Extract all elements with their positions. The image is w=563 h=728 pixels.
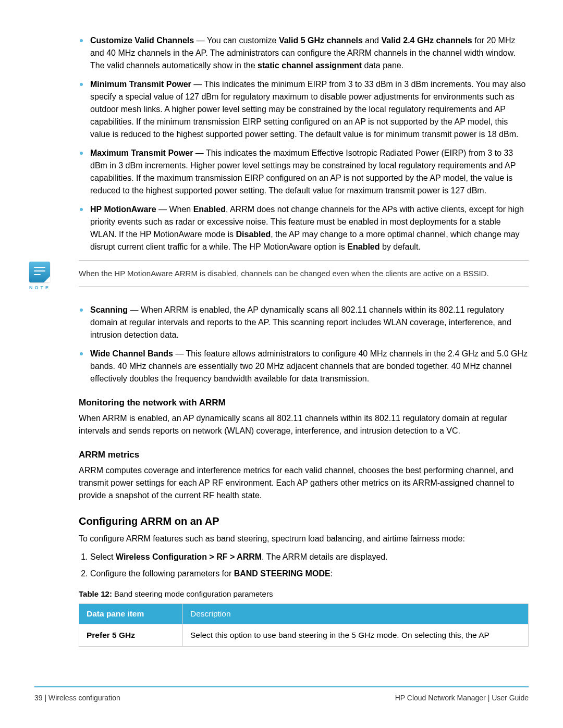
footer-right: HP Cloud Network Manager | User Guide xyxy=(395,694,529,702)
main-content: Customize Valid Channels — You can custo… xyxy=(79,34,529,647)
list-item: Maximum Transmit Power — This indicates … xyxy=(79,147,529,197)
band-steering-table: Data pane item Description Prefer 5 GHzS… xyxy=(79,603,529,647)
step-item: Select Wireless Configuration > RF > ARR… xyxy=(90,550,529,564)
bullet-list-after-note: Scanning — When ARRM is enabled, the AP … xyxy=(79,304,529,385)
table-caption-label: Table 12: xyxy=(79,589,112,598)
page-footer: 39 | Wireless configuration HP Cloud Net… xyxy=(34,686,529,702)
monitoring-text: When ARRM is enabled, an AP dynamically … xyxy=(79,412,529,437)
note-label: NOTE xyxy=(29,285,51,290)
page: Customize Valid Channels — You can custo… xyxy=(0,0,563,728)
list-item: Minimum Transmit Power — This indicates … xyxy=(79,78,529,141)
table-caption-text: Band steering mode configuration paramet… xyxy=(112,589,273,598)
metrics-heading: ARRM metrics xyxy=(79,450,529,460)
step-item: Configure the following parameters for B… xyxy=(90,567,529,581)
list-item: Scanning — When ARRM is enabled, the AP … xyxy=(79,304,529,341)
table-header-desc: Description xyxy=(183,604,529,624)
note-icon xyxy=(29,262,50,282)
footer-divider xyxy=(34,686,529,687)
bullet-list-top: Customize Valid Channels — You can custo… xyxy=(79,34,529,253)
table-header-item: Data pane item xyxy=(79,604,183,624)
configuring-intro: To configure ARRM features such as band … xyxy=(79,533,529,545)
metrics-text: ARRM computes coverage and interference … xyxy=(79,464,529,502)
table-row: Prefer 5 GHzSelect this option to use ba… xyxy=(79,624,529,647)
table-cell-item: Prefer 5 GHz xyxy=(79,624,183,647)
footer-left: 39 | Wireless configuration xyxy=(34,694,120,702)
monitoring-heading: Monitoring the network with ARRM xyxy=(79,398,529,408)
configuring-heading: Configuring ARRM on an AP xyxy=(79,515,529,527)
list-item: Customize Valid Channels — You can custo… xyxy=(79,34,529,72)
list-item: Wide Channel Bands — This feature allows… xyxy=(79,348,529,385)
note-body: When the HP MotionAware ARRM is disabled… xyxy=(79,261,529,287)
list-item: HP MotionAware — When Enabled, ARRM does… xyxy=(79,203,529,253)
note-icon-column: NOTE xyxy=(29,261,79,290)
configuring-steps: Select Wireless Configuration > RF > ARR… xyxy=(79,550,529,580)
table-cell-desc: Select this option to use band steering … xyxy=(183,624,529,647)
note-block: NOTE When the HP MotionAware ARRM is dis… xyxy=(29,261,529,290)
table-caption: Table 12: Band steering mode configurati… xyxy=(79,589,529,598)
